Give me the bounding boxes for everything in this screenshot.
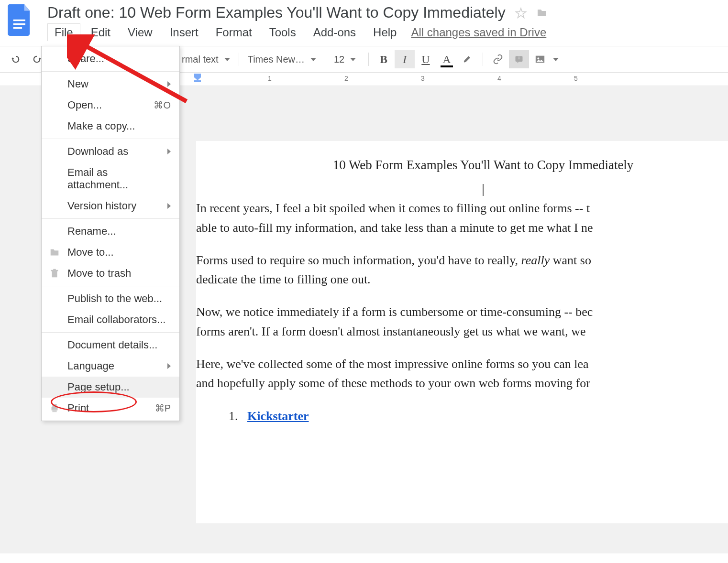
insert-comment-button[interactable]: + [509,50,529,68]
svg-rect-0 [13,20,25,21]
text-color-button[interactable]: A [437,50,457,68]
ruler-tick-5: 5 [574,75,578,82]
italic-button[interactable]: I [395,50,415,68]
menu-move-to-trash[interactable]: Move to trash [42,263,179,284]
trash-icon [49,268,60,279]
kickstarter-link[interactable]: Kickstarter [247,409,309,423]
menu-edit[interactable]: Edit [84,24,117,41]
caret-down-icon [350,58,356,61]
ruler-tick-2: 2 [344,75,348,82]
menu-download[interactable]: Download as [42,141,179,162]
ruler-tick-3: 3 [421,75,425,82]
highlight-button[interactable] [458,50,478,68]
document-title[interactable]: Draft one: 10 Web Form Examples You'll W… [47,4,506,22]
font-size-label: 12 [334,54,344,65]
menu-format[interactable]: Format [209,24,259,41]
font-label: Times New… [248,54,305,65]
font-size-select[interactable]: 12 [330,52,364,67]
star-icon[interactable] [515,7,527,19]
caret-down-icon [224,58,230,61]
menu-language[interactable]: Language [42,356,179,377]
svg-rect-2 [13,27,22,29]
menu-addons[interactable]: Add-ons [307,24,363,41]
save-status[interactable]: All changes saved in Drive [411,26,546,39]
chevron-right-icon [167,203,171,209]
menu-move-to[interactable]: Move to... [42,242,179,263]
caret-down-icon[interactable] [553,58,559,61]
menu-version-history[interactable]: Version history [42,195,179,217]
menu-email-attachment[interactable]: Email as attachment... [42,162,179,195]
menu-page-setup[interactable]: Page setup... [42,377,179,398]
paragraph: Forms used to require so much informatio… [196,251,728,290]
paragraph-style-label: rmal text [182,54,219,65]
app-header: Draft one: 10 Web Form Examples You'll W… [0,0,728,46]
insert-link-button[interactable] [488,50,508,68]
menu-email-collaborators[interactable]: Email collaborators... [42,309,179,330]
text-cursor: | [196,178,728,199]
menubar: File Edit View Insert Format Tools Add-o… [47,23,728,46]
svg-rect-9 [52,404,56,407]
chevron-right-icon [167,363,171,369]
folder-icon[interactable] [536,7,548,19]
menu-insert[interactable]: Insert [163,24,205,41]
folder-icon [49,247,60,258]
ruler-tick-1: 1 [268,75,272,82]
underline-button[interactable]: U [416,50,436,68]
menu-open[interactable]: Open... ⌘O [42,95,179,116]
menu-new[interactable]: New [42,74,179,95]
svg-text:+: + [518,55,521,62]
menu-file[interactable]: File [47,23,80,41]
paragraph: In recent years, I feel a bit spoiled wh… [196,199,728,238]
svg-rect-1 [13,23,25,25]
list-item: 1. Kickstarter [229,407,728,426]
ruler-indent-marker[interactable] [194,74,202,85]
bold-button[interactable]: B [374,50,394,68]
paragraph-style-select[interactable]: rmal text [178,52,234,67]
menu-view[interactable]: View [121,24,159,41]
page-title: 10 Web Form Examples You'll Want to Copy… [196,155,728,175]
menu-document-details[interactable]: Document details... [42,335,179,356]
paragraph: Here, we've collected some of the most i… [196,355,728,393]
chevron-right-icon [167,81,171,87]
menu-make-copy[interactable]: Make a copy... [42,116,179,137]
menu-rename[interactable]: Rename... [42,221,179,242]
chevron-right-icon [167,149,171,154]
menu-tools[interactable]: Tools [263,24,303,41]
file-menu-dropdown: Share... New Open... ⌘O Make a copy... D… [41,46,180,421]
svg-rect-7 [194,80,201,82]
ruler-tick-4: 4 [497,75,501,82]
document-page[interactable]: 10 Web Form Examples You'll Want to Copy… [196,141,728,523]
google-docs-icon[interactable] [7,4,33,37]
menu-help[interactable]: Help [366,24,403,41]
paragraph: Now, we notice immediately if a form is … [196,303,728,341]
caret-down-icon [310,58,316,61]
menu-print[interactable]: Print ⌘P [42,398,179,419]
insert-image-button[interactable] [530,50,550,68]
menu-share[interactable]: Share... [42,48,179,69]
svg-rect-10 [52,410,56,412]
svg-point-6 [537,57,539,59]
printer-icon [49,403,60,413]
font-select[interactable]: Times New… [244,52,320,67]
menu-publish[interactable]: Publish to the web... [42,288,179,309]
undo-button[interactable] [6,51,26,67]
